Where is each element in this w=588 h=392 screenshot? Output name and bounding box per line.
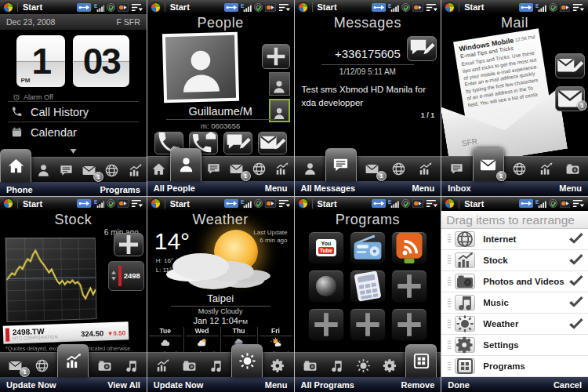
contact-photo-frame[interactable] (162, 32, 239, 103)
tab-chat[interactable] (445, 158, 468, 181)
tab-chart[interactable] (124, 158, 147, 182)
calendar-row[interactable]: Calendar (8, 122, 139, 142)
list-item-stock[interactable]: Stock (441, 250, 588, 271)
tab-home[interactable] (0, 149, 31, 182)
softkey-done[interactable]: Done (448, 380, 470, 390)
tab-gear[interactable] (267, 354, 289, 377)
menulist-icon[interactable] (278, 199, 291, 208)
add-program-tile[interactable] (308, 308, 344, 341)
tab-chat[interactable] (55, 158, 78, 182)
softkey-inbox[interactable]: Inbox (448, 183, 470, 193)
menulist-icon[interactable] (572, 3, 585, 12)
tab-camera[interactable] (178, 354, 201, 377)
item-checkbox[interactable] (568, 232, 583, 245)
item-checkbox[interactable] (568, 318, 583, 331)
softkey-menu[interactable]: Menu (265, 380, 288, 390)
tab-globe[interactable] (387, 158, 410, 181)
stock-chart[interactable] (5, 237, 97, 321)
tab-chart[interactable] (414, 158, 437, 181)
tab-music[interactable] (120, 354, 143, 377)
softkey-programs[interactable]: Programs (100, 185, 140, 194)
softkey-all-messages[interactable]: All Messages (301, 183, 356, 193)
tab-mail[interactable]: 1 (225, 158, 248, 181)
list-item-music[interactable]: Music (441, 292, 588, 314)
tab-mail[interactable]: 1 (473, 148, 504, 181)
tab-globe[interactable] (31, 354, 53, 377)
tab-gear[interactable] (379, 354, 401, 377)
radio-tile[interactable] (350, 231, 386, 264)
forecast-wed[interactable]: WedH:16°L:11° (183, 327, 220, 353)
tab-music[interactable] (325, 354, 348, 377)
add-program-tile[interactable] (391, 308, 427, 341)
tab-person[interactable] (170, 148, 201, 181)
tab-camera[interactable] (93, 354, 116, 377)
softkey-menu[interactable]: Menu (559, 183, 582, 193)
clock-hour-card[interactable]: 1 PM (16, 35, 65, 87)
start-button[interactable]: Start (165, 2, 190, 12)
start-button[interactable]: Start (165, 199, 190, 209)
start-button[interactable]: Start (459, 2, 484, 12)
city-name[interactable]: Taipei (147, 292, 294, 304)
drag-handle-icon[interactable] (446, 339, 453, 350)
tab-globe[interactable] (100, 158, 123, 182)
softkey-all-programs[interactable]: All Programs (301, 380, 354, 390)
flip-clock[interactable]: 1 PM 03 (0, 35, 147, 87)
drag-handle-icon[interactable] (446, 297, 453, 308)
tab-person[interactable] (32, 158, 55, 182)
tab-globe[interactable] (248, 158, 270, 181)
item-checkbox[interactable] (568, 296, 583, 309)
softkey-all-people[interactable]: All People (154, 183, 195, 193)
start-button[interactable]: Start (312, 2, 337, 12)
item-checkbox[interactable] (568, 274, 583, 288)
list-item-programs[interactable]: Programs (441, 356, 588, 377)
menulist-icon[interactable] (572, 199, 585, 208)
list-item-weather[interactable]: Weather (441, 314, 588, 335)
calculator-tile[interactable] (350, 270, 386, 303)
softkey-menu[interactable]: Menu (412, 183, 435, 193)
drag-handle-icon[interactable] (446, 276, 453, 287)
tab-person[interactable] (299, 158, 321, 181)
tab-chart[interactable] (270, 158, 293, 181)
start-button[interactable]: Start (312, 199, 337, 209)
contact-thumb[interactable] (269, 72, 290, 96)
drag-handle-icon[interactable] (446, 233, 453, 244)
softkey-update-now[interactable]: Update Now (6, 380, 56, 390)
tab-sun[interactable] (231, 344, 263, 377)
tab-camera[interactable] (561, 158, 584, 181)
tab-music[interactable] (205, 354, 227, 377)
stock-spinner-arrows[interactable] (111, 270, 116, 281)
add-stock-button[interactable] (114, 233, 143, 256)
tab-camera[interactable] (299, 354, 321, 377)
youtube-tile[interactable]: YouTube (308, 231, 344, 264)
send-email-button[interactable] (258, 132, 287, 154)
tab-chart[interactable] (57, 344, 89, 377)
add-program-tile[interactable] (391, 270, 427, 303)
list-item-settings[interactable]: Settings (441, 335, 588, 356)
softkey-cancel[interactable]: Cancel (554, 380, 582, 390)
sphere-tile[interactable] (308, 270, 344, 303)
softkey-phone[interactable]: Phone (6, 185, 33, 194)
menulist-icon[interactable] (426, 199, 438, 208)
add-program-tile[interactable] (350, 308, 386, 341)
tab-chat[interactable] (202, 158, 225, 181)
list-item-internet[interactable]: Internet (441, 229, 588, 250)
alarm-status[interactable]: Alarm Off (13, 93, 147, 101)
streaming-tile[interactable] (391, 231, 427, 264)
tab-sun[interactable] (352, 354, 375, 377)
tab-globe[interactable] (508, 158, 531, 181)
softkey-update-now[interactable]: Update Now (154, 380, 204, 390)
send-sms-button[interactable] (223, 132, 252, 154)
menulist-icon[interactable] (278, 3, 291, 12)
start-button[interactable]: Start (17, 199, 42, 209)
drag-handle-icon[interactable] (446, 254, 453, 265)
tab-mail[interactable]: 1 (78, 158, 100, 182)
menulist-icon[interactable] (131, 3, 143, 12)
start-button[interactable]: Start (459, 199, 484, 209)
stock-ticker-strip[interactable]: 2498.TW HTC CORPORATION 324.50 ▼0.50 (3, 321, 129, 344)
softkey-remove[interactable]: Remove (401, 380, 434, 390)
call-history-row[interactable]: Call History (8, 101, 139, 122)
menulist-icon[interactable] (131, 199, 143, 208)
tab-mail[interactable]: 1 (4, 354, 27, 377)
envelope-scene[interactable]: 12:56 PM Windows Mobile E-mail Tips and … (441, 31, 588, 154)
message-sender[interactable]: +336175605 (295, 47, 441, 60)
